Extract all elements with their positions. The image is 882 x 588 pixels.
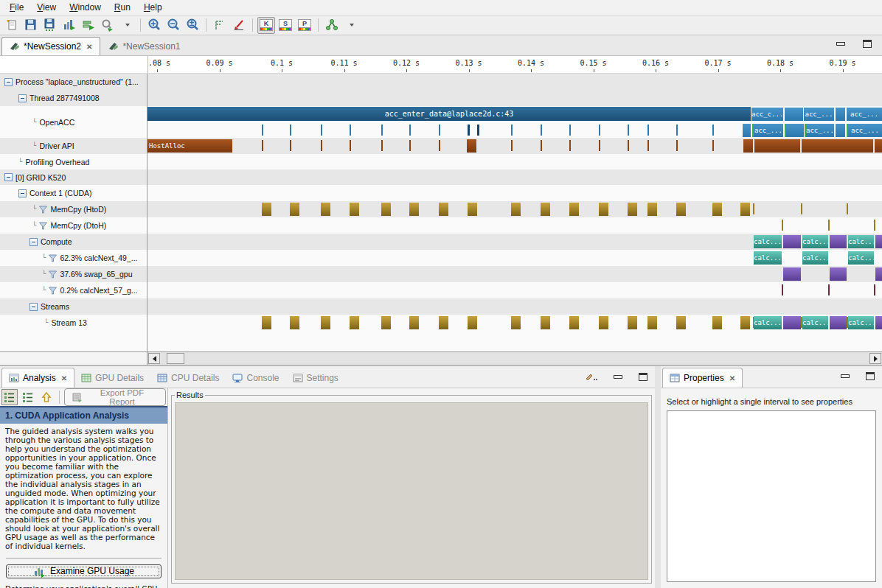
tree-item-process[interactable]: Process "laplace_unstructured" (1...: [0, 74, 147, 90]
tick-btick[interactable]: [409, 125, 411, 136]
tick-gold[interactable]: [628, 203, 637, 216]
maximize-icon[interactable]: [863, 40, 872, 48]
tick-btick[interactable]: [381, 125, 383, 136]
tick-purple[interactable]: [875, 267, 882, 281]
tick-gold[interactable]: [468, 316, 477, 329]
tick-gold[interactable]: [712, 316, 722, 329]
tree-item-kernel-swap-65[interactable]: └37.6% swap_65_gpu: [0, 266, 147, 282]
save-button[interactable]: [22, 17, 40, 34]
minimize-icon[interactable]: [841, 374, 850, 378]
editor-tab-1[interactable]: *NewSession1: [100, 37, 188, 55]
tick-btick[interactable]: [350, 125, 351, 136]
tick-purple[interactable]: [875, 316, 882, 329]
panel-sash[interactable]: [655, 366, 661, 588]
tick-mtick[interactable]: [874, 284, 875, 295]
tick-gtick[interactable]: [753, 203, 754, 214]
tick-rtick[interactable]: [290, 140, 291, 151]
menu-item-window[interactable]: Window: [63, 1, 108, 14]
tick-blueg[interactable]: [785, 124, 804, 137]
interval-teal[interactable]: calc...: [802, 316, 828, 329]
search-dropdown-caret[interactable]: [118, 17, 136, 34]
tick-gtick[interactable]: [782, 220, 783, 231]
tab-analysis[interactable]: Analysis✕: [1, 368, 74, 388]
tick-btick[interactable]: [511, 125, 513, 136]
tick-gold[interactable]: [599, 316, 608, 329]
menu-item-view[interactable]: View: [30, 1, 63, 14]
interval-teal[interactable]: calc...: [754, 316, 782, 329]
tick-gold[interactable]: [439, 203, 448, 216]
tree-item-grid-k520[interactable]: [0] GRID K520: [0, 169, 147, 185]
interval-teal[interactable]: calc...: [802, 235, 828, 248]
tick-gtick[interactable]: [847, 203, 848, 214]
zoom-in-button[interactable]: [145, 17, 163, 34]
tree-item-streams[interactable]: Streams: [0, 298, 147, 315]
tick-blue[interactable]: [785, 108, 803, 121]
stream-mode-button[interactable]: S: [277, 17, 294, 34]
tick-gold[interactable]: [569, 203, 579, 216]
tick-gold[interactable]: [381, 203, 391, 216]
unguided-analysis-button[interactable]: [20, 389, 36, 405]
back-up-button[interactable]: [38, 389, 55, 405]
tick-rtick[interactable]: [676, 140, 678, 151]
tick-gold[interactable]: [511, 316, 521, 329]
interval-teal[interactable]: calc...: [754, 251, 782, 265]
tick-gtick[interactable]: [874, 220, 875, 231]
collapse-toggle-icon[interactable]: [4, 173, 13, 181]
scroll-right-button[interactable]: [869, 353, 881, 364]
interval-teal[interactable]: calc...: [802, 251, 828, 265]
tick-purple[interactable]: [830, 267, 847, 281]
tick-brown[interactable]: [754, 139, 800, 153]
tab-cpu-details[interactable]: CPU Details: [150, 368, 226, 388]
interval-teal[interactable]: calc...: [848, 235, 874, 248]
tick-gold[interactable]: [541, 316, 550, 329]
tick-rtick[interactable]: [647, 140, 649, 151]
tree-item-stream-13[interactable]: └Stream 13: [0, 315, 147, 331]
mark-kernel-button[interactable]: [211, 17, 229, 34]
tick-gold[interactable]: [628, 316, 637, 329]
menu-item-help[interactable]: Help: [137, 1, 169, 14]
interval-blue[interactable]: acc_...: [804, 108, 834, 121]
maximize-icon[interactable]: [639, 373, 647, 381]
tick-purple[interactable]: [875, 235, 882, 248]
close-icon[interactable]: ✕: [60, 374, 67, 382]
tick-btick[interactable]: [628, 125, 629, 136]
tick-gold[interactable]: [740, 316, 750, 329]
save-all-button[interactable]: [41, 17, 59, 34]
interval-teal[interactable]: calc...: [848, 316, 874, 329]
search-button[interactable]: [99, 17, 117, 34]
tick-rtick[interactable]: [541, 140, 542, 151]
interval-navy[interactable]: acc_enter_data@laplace2d.c:43: [147, 107, 751, 121]
hscroll-thumb[interactable]: [167, 353, 184, 364]
tick-gold[interactable]: [262, 316, 271, 329]
mark-range-button[interactable]: [230, 17, 248, 34]
interval-teal[interactable]: calc...: [848, 251, 874, 265]
menu-item-file[interactable]: File: [3, 1, 30, 14]
tick-brown[interactable]: [467, 139, 476, 153]
guided-analysis-button[interactable]: [1, 389, 18, 405]
tick-gold[interactable]: [350, 316, 359, 329]
tick-rtick[interactable]: [262, 140, 263, 151]
collapse-toggle-icon[interactable]: [29, 238, 38, 246]
tick-gold[interactable]: [350, 203, 359, 216]
tick-rtick[interactable]: [712, 140, 714, 151]
tab-console[interactable]: Console: [226, 368, 285, 388]
interval-blue[interactable]: acc_...: [847, 108, 882, 121]
tick-purple[interactable]: [783, 267, 801, 281]
tick-gold[interactable]: [541, 203, 550, 216]
new-file-button[interactable]: [3, 17, 21, 34]
menu-item-run[interactable]: Run: [108, 1, 137, 14]
tree-item-memcpy-htod[interactable]: └MemCpy (HtoD): [0, 201, 147, 217]
tick-gold[interactable]: [511, 203, 521, 216]
profile-application-button[interactable]: [60, 17, 78, 34]
tick-rtick[interactable]: [628, 140, 629, 151]
interval-blueg[interactable]: acc_...: [752, 124, 783, 137]
tick-btick[interactable]: [321, 125, 322, 136]
tick-rtick[interactable]: [321, 140, 322, 151]
tick-gold[interactable]: [321, 203, 330, 216]
tick-btick[interactable]: [599, 125, 600, 136]
tick-mtick[interactable]: [828, 284, 830, 295]
editor-tab-2[interactable]: *NewSession2✕: [1, 37, 100, 55]
tick-btick[interactable]: [676, 125, 678, 136]
interval-brown[interactable]: HostAlloc: [147, 139, 232, 153]
hscroll-track[interactable]: [147, 352, 882, 365]
